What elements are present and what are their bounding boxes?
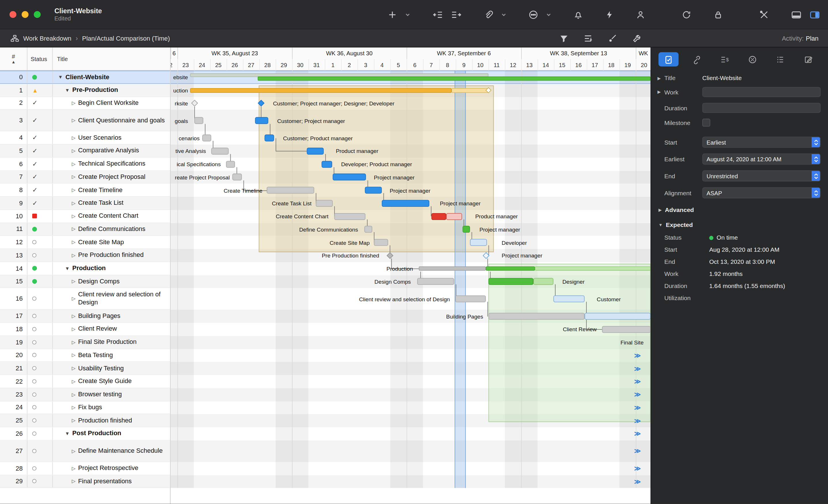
offscreen-bar-arrows-icon[interactable]: ≫ — [634, 349, 641, 362]
gantt-bar[interactable] — [307, 148, 324, 155]
task-row-23[interactable]: 23▷Browser testing — [0, 388, 170, 401]
gantt-bar[interactable] — [446, 213, 462, 220]
task-row-13[interactable]: 13▷Pre Production finished — [0, 249, 170, 262]
task-row-11[interactable]: 11▷Define Communications — [0, 223, 170, 236]
offscreen-bar-arrows-icon[interactable]: ≫ — [634, 427, 641, 440]
expand-icon[interactable]: ▷ — [72, 226, 76, 232]
gantt-bar[interactable] — [255, 117, 268, 124]
links-tab[interactable] — [687, 52, 707, 66]
expand-icon[interactable]: ▷ — [72, 148, 76, 153]
expected-section[interactable]: ▼ Expected — [659, 222, 821, 228]
gantt-bar[interactable] — [194, 117, 203, 124]
gantt-bar[interactable] — [533, 278, 553, 285]
breadcrumb-item[interactable]: Work Breakdown — [23, 35, 72, 42]
settings-wrench-icon[interactable] — [632, 33, 642, 43]
gantt-bar[interactable] — [535, 266, 651, 271]
expand-icon[interactable]: ▷ — [72, 135, 76, 140]
outdent-icon[interactable] — [432, 9, 444, 20]
offscreen-bar-arrows-icon[interactable]: ≫ — [634, 401, 641, 414]
task-row-20[interactable]: 20▷Beta Testing — [0, 349, 170, 362]
close-button[interactable] — [9, 11, 16, 18]
expand-icon[interactable]: ▷ — [72, 313, 76, 319]
milestone-checkbox[interactable] — [702, 119, 710, 127]
gantt-bar[interactable] — [334, 213, 365, 220]
panel-bottom-icon[interactable] — [790, 9, 802, 20]
offscreen-bar-arrows-icon[interactable]: ≫ — [634, 440, 641, 462]
expand-icon[interactable]: ▷ — [72, 327, 76, 332]
gantt-bar[interactable] — [374, 239, 388, 246]
more-icon[interactable] — [528, 9, 539, 20]
gantt-bar[interactable] — [417, 278, 454, 285]
indent-icon[interactable] — [450, 9, 462, 20]
gantt-bar[interactable] — [316, 200, 333, 207]
task-row-19[interactable]: 19▷Final Site Production — [0, 336, 170, 349]
task-row-10[interactable]: 10▷Create Content Chart — [0, 210, 170, 223]
gantt-bar[interactable] — [431, 213, 446, 220]
gantt-bar[interactable] — [211, 148, 229, 155]
details-tab[interactable] — [770, 52, 790, 66]
expand-icon[interactable]: ▷ — [72, 479, 76, 484]
advanced-disclosure-icon[interactable]: ▶ — [659, 208, 662, 212]
task-row-18[interactable]: 18▷Client Review — [0, 323, 170, 336]
expand-icon[interactable]: ▷ — [72, 296, 76, 301]
task-row-12[interactable]: 12▷Create Site Map — [0, 236, 170, 249]
expand-icon[interactable]: ▷ — [72, 392, 76, 397]
breadcrumb-item[interactable]: Plan/Actual Comparison (Time) — [82, 35, 170, 42]
offscreen-bar-arrows-icon[interactable]: ≫ — [634, 375, 641, 388]
expand-icon[interactable]: ▷ — [72, 253, 76, 258]
task-row-6[interactable]: 6✓▷Technical Specifications — [0, 157, 170, 171]
task-row-15[interactable]: 15▷Design Comps — [0, 275, 170, 288]
expand-icon[interactable]: ▷ — [72, 174, 76, 179]
gantt-bar[interactable] — [202, 135, 211, 141]
work-field[interactable] — [702, 87, 821, 97]
attach-icon[interactable] — [483, 9, 494, 20]
expand-icon[interactable]: ▷ — [72, 240, 76, 245]
expand-icon[interactable]: ▷ — [72, 279, 76, 284]
gantt-bar[interactable] — [364, 226, 372, 233]
gantt-bar[interactable] — [488, 278, 533, 285]
task-row-24[interactable]: 24▷Fix bugs — [0, 401, 170, 414]
task-row-26[interactable]: 26▼Post Production — [0, 427, 170, 440]
tools-icon[interactable] — [759, 9, 770, 20]
zoom-button[interactable] — [34, 11, 41, 18]
task-row-28[interactable]: 28▷Project Retrospective — [0, 462, 170, 475]
task-row-8[interactable]: 8✓▷Create Timeline — [0, 184, 170, 197]
expand-icon[interactable]: ▷ — [72, 418, 76, 423]
gantt-bar[interactable] — [190, 73, 488, 77]
gantt-bar[interactable] — [382, 200, 429, 207]
utilization-tab[interactable] — [742, 52, 762, 66]
gantt-bar[interactable] — [190, 88, 452, 92]
expand-icon[interactable]: ▷ — [72, 118, 76, 123]
task-row-7[interactable]: 7✓▷Create Project Proposal — [0, 171, 170, 184]
alignment-popup[interactable]: ASAP — [702, 187, 821, 198]
task-row-2[interactable]: 2✓▷Begin Client Worksite — [0, 97, 170, 110]
gantt-bar[interactable] — [322, 161, 332, 168]
task-tab[interactable] — [659, 52, 679, 66]
gantt-bar[interactable] — [333, 174, 366, 181]
gantt-bar[interactable] — [488, 313, 584, 320]
add-chevron-icon[interactable] — [405, 11, 411, 17]
collapse-icon[interactable]: ▼ — [65, 431, 70, 436]
collapse-icon[interactable]: ▼ — [58, 75, 63, 80]
gantt-bar[interactable] — [452, 88, 488, 92]
gantt-bar[interactable] — [232, 174, 242, 181]
expand-icon[interactable]: ▷ — [72, 366, 76, 371]
collapse-icon[interactable]: ▼ — [65, 87, 70, 92]
task-row-14[interactable]: 14▼Production — [0, 262, 170, 275]
expand-icon[interactable]: ▷ — [72, 214, 76, 219]
style-brush-icon[interactable] — [607, 33, 618, 43]
gantt-bar[interactable] — [267, 187, 314, 194]
collapse-icon[interactable]: ▼ — [65, 266, 70, 271]
expected-disclosure-icon[interactable]: ▼ — [659, 222, 663, 227]
minimize-button[interactable] — [22, 11, 29, 18]
edit-tab[interactable] — [798, 52, 819, 66]
expand-icon[interactable]: ▷ — [72, 200, 76, 205]
task-row-17[interactable]: 17▷Building Pages — [0, 310, 170, 323]
gantt-bar[interactable] — [265, 135, 274, 141]
expand-icon[interactable]: ▷ — [72, 187, 76, 192]
expand-icon[interactable]: ▷ — [72, 339, 76, 345]
gantt-bar[interactable] — [419, 266, 486, 271]
gantt-bar[interactable] — [258, 77, 651, 81]
panel-right-icon[interactable] — [809, 9, 821, 20]
task-row-5[interactable]: 5✓▷Comparative Analysis — [0, 145, 170, 157]
